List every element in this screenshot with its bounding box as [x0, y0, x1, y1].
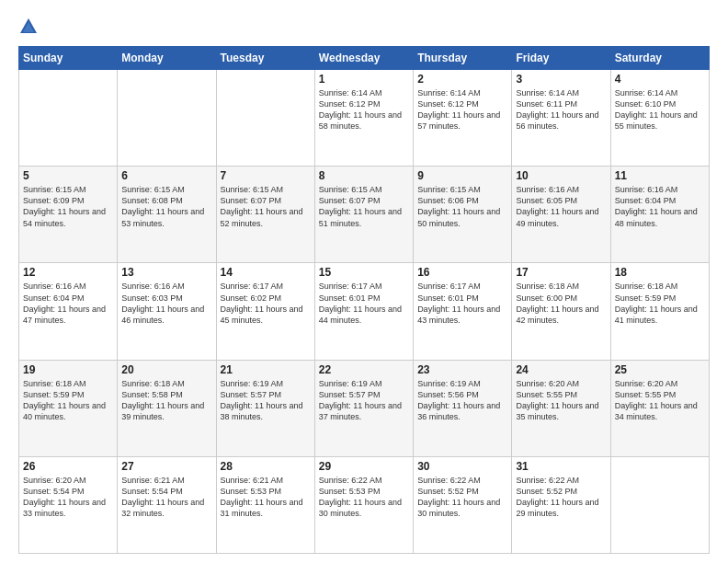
- day-info: Sunrise: 6:22 AM Sunset: 5:52 PM Dayligh…: [516, 475, 606, 520]
- day-info: Sunrise: 6:20 AM Sunset: 5:55 PM Dayligh…: [516, 378, 606, 423]
- calendar-cell: 19Sunrise: 6:18 AM Sunset: 5:59 PM Dayli…: [19, 360, 118, 456]
- weekday-header: Tuesday: [216, 47, 314, 70]
- calendar-cell: 11Sunrise: 6:16 AM Sunset: 6:04 PM Dayli…: [610, 167, 709, 263]
- day-info: Sunrise: 6:15 AM Sunset: 6:08 PM Dayligh…: [121, 184, 211, 229]
- day-info: Sunrise: 6:15 AM Sunset: 6:07 PM Dayligh…: [319, 184, 409, 229]
- calendar-cell: 28Sunrise: 6:21 AM Sunset: 5:53 PM Dayli…: [216, 456, 314, 553]
- day-info: Sunrise: 6:16 AM Sunset: 6:04 PM Dayligh…: [23, 281, 113, 326]
- calendar-cell: 3Sunrise: 6:14 AM Sunset: 6:11 PM Daylig…: [512, 70, 610, 167]
- calendar-cell: 17Sunrise: 6:18 AM Sunset: 6:00 PM Dayli…: [512, 263, 610, 360]
- day-info: Sunrise: 6:15 AM Sunset: 6:06 PM Dayligh…: [417, 184, 507, 229]
- day-number: 28: [221, 460, 311, 473]
- calendar-cell: 31Sunrise: 6:22 AM Sunset: 5:52 PM Dayli…: [512, 456, 610, 553]
- day-number: 15: [319, 266, 409, 279]
- calendar-cell: 10Sunrise: 6:16 AM Sunset: 6:05 PM Dayli…: [512, 167, 610, 263]
- calendar-cell: [118, 70, 216, 167]
- day-number: 26: [23, 460, 113, 473]
- day-info: Sunrise: 6:14 AM Sunset: 6:10 PM Dayligh…: [615, 87, 705, 132]
- weekday-header: Sunday: [19, 47, 118, 70]
- calendar-cell: 1Sunrise: 6:14 AM Sunset: 6:12 PM Daylig…: [314, 70, 413, 167]
- day-info: Sunrise: 6:19 AM Sunset: 5:57 PM Dayligh…: [319, 378, 409, 423]
- calendar-cell: [610, 456, 709, 553]
- day-info: Sunrise: 6:17 AM Sunset: 6:02 PM Dayligh…: [221, 281, 311, 326]
- calendar-cell: 8Sunrise: 6:15 AM Sunset: 6:07 PM Daylig…: [314, 167, 413, 263]
- calendar-cell: 9Sunrise: 6:15 AM Sunset: 6:06 PM Daylig…: [414, 167, 512, 263]
- calendar-cell: 5Sunrise: 6:15 AM Sunset: 6:09 PM Daylig…: [19, 167, 118, 263]
- day-info: Sunrise: 6:17 AM Sunset: 6:01 PM Dayligh…: [319, 281, 409, 326]
- day-number: 9: [417, 169, 507, 182]
- day-number: 22: [319, 363, 409, 376]
- day-info: Sunrise: 6:20 AM Sunset: 5:55 PM Dayligh…: [615, 378, 705, 423]
- calendar-cell: 18Sunrise: 6:18 AM Sunset: 5:59 PM Dayli…: [610, 263, 709, 360]
- day-info: Sunrise: 6:15 AM Sunset: 6:09 PM Dayligh…: [23, 184, 113, 229]
- day-info: Sunrise: 6:18 AM Sunset: 6:00 PM Dayligh…: [516, 281, 606, 326]
- day-info: Sunrise: 6:21 AM Sunset: 5:54 PM Dayligh…: [121, 475, 211, 520]
- day-info: Sunrise: 6:18 AM Sunset: 5:59 PM Dayligh…: [23, 378, 113, 423]
- day-number: 17: [516, 266, 606, 279]
- weekday-header: Friday: [512, 47, 610, 70]
- day-info: Sunrise: 6:16 AM Sunset: 6:05 PM Dayligh…: [516, 184, 606, 229]
- calendar-cell: 13Sunrise: 6:16 AM Sunset: 6:03 PM Dayli…: [118, 263, 216, 360]
- calendar-cell: [216, 70, 314, 167]
- day-info: Sunrise: 6:16 AM Sunset: 6:04 PM Dayligh…: [615, 184, 705, 229]
- day-info: Sunrise: 6:14 AM Sunset: 6:11 PM Dayligh…: [516, 87, 606, 132]
- day-number: 25: [615, 363, 705, 376]
- calendar-cell: 15Sunrise: 6:17 AM Sunset: 6:01 PM Dayli…: [314, 263, 413, 360]
- day-info: Sunrise: 6:15 AM Sunset: 6:07 PM Dayligh…: [221, 184, 311, 229]
- day-info: Sunrise: 6:22 AM Sunset: 5:52 PM Dayligh…: [417, 475, 507, 520]
- day-info: Sunrise: 6:16 AM Sunset: 6:03 PM Dayligh…: [121, 281, 211, 326]
- calendar-cell: 24Sunrise: 6:20 AM Sunset: 5:55 PM Dayli…: [512, 360, 610, 456]
- day-number: 3: [516, 73, 606, 86]
- day-number: 24: [516, 363, 606, 376]
- calendar-cell: 4Sunrise: 6:14 AM Sunset: 6:10 PM Daylig…: [610, 70, 709, 167]
- day-info: Sunrise: 6:22 AM Sunset: 5:53 PM Dayligh…: [319, 475, 409, 520]
- weekday-header: Monday: [118, 47, 216, 70]
- calendar-page: SundayMondayTuesdayWednesdayThursdayFrid…: [0, 0, 728, 563]
- day-info: Sunrise: 6:17 AM Sunset: 6:01 PM Dayligh…: [417, 281, 507, 326]
- day-info: Sunrise: 6:19 AM Sunset: 5:56 PM Dayligh…: [417, 378, 507, 423]
- day-number: 7: [221, 169, 311, 182]
- calendar-cell: 23Sunrise: 6:19 AM Sunset: 5:56 PM Dayli…: [414, 360, 512, 456]
- day-info: Sunrise: 6:20 AM Sunset: 5:54 PM Dayligh…: [23, 475, 113, 520]
- day-number: 5: [23, 169, 113, 182]
- day-number: 8: [319, 169, 409, 182]
- day-number: 29: [319, 460, 409, 473]
- calendar-cell: 22Sunrise: 6:19 AM Sunset: 5:57 PM Dayli…: [314, 360, 413, 456]
- header: [18, 17, 710, 37]
- calendar-cell: 26Sunrise: 6:20 AM Sunset: 5:54 PM Dayli…: [19, 456, 118, 553]
- calendar-week-row: 19Sunrise: 6:18 AM Sunset: 5:59 PM Dayli…: [19, 360, 710, 456]
- day-number: 23: [417, 363, 507, 376]
- day-info: Sunrise: 6:21 AM Sunset: 5:53 PM Dayligh…: [221, 475, 311, 520]
- day-number: 16: [417, 266, 507, 279]
- day-info: Sunrise: 6:18 AM Sunset: 5:58 PM Dayligh…: [121, 378, 211, 423]
- day-number: 21: [221, 363, 311, 376]
- calendar-table: SundayMondayTuesdayWednesdayThursdayFrid…: [18, 46, 710, 554]
- day-number: 20: [121, 363, 211, 376]
- logo-icon: [18, 17, 39, 37]
- calendar-cell: 2Sunrise: 6:14 AM Sunset: 6:12 PM Daylig…: [414, 70, 512, 167]
- day-number: 30: [417, 460, 507, 473]
- calendar-week-row: 26Sunrise: 6:20 AM Sunset: 5:54 PM Dayli…: [19, 456, 710, 553]
- calendar-cell: 25Sunrise: 6:20 AM Sunset: 5:55 PM Dayli…: [610, 360, 709, 456]
- day-info: Sunrise: 6:19 AM Sunset: 5:57 PM Dayligh…: [221, 378, 311, 423]
- calendar-cell: 12Sunrise: 6:16 AM Sunset: 6:04 PM Dayli…: [19, 263, 118, 360]
- weekday-header: Saturday: [610, 47, 709, 70]
- calendar-cell: 7Sunrise: 6:15 AM Sunset: 6:07 PM Daylig…: [216, 167, 314, 263]
- calendar-week-row: 5Sunrise: 6:15 AM Sunset: 6:09 PM Daylig…: [19, 167, 710, 263]
- logo: [18, 17, 40, 37]
- day-number: 14: [221, 266, 311, 279]
- calendar-week-row: 12Sunrise: 6:16 AM Sunset: 6:04 PM Dayli…: [19, 263, 710, 360]
- calendar-cell: [19, 70, 118, 167]
- day-number: 19: [23, 363, 113, 376]
- day-info: Sunrise: 6:14 AM Sunset: 6:12 PM Dayligh…: [417, 87, 507, 132]
- calendar-week-row: 1Sunrise: 6:14 AM Sunset: 6:12 PM Daylig…: [19, 70, 710, 167]
- calendar-cell: 27Sunrise: 6:21 AM Sunset: 5:54 PM Dayli…: [118, 456, 216, 553]
- calendar-cell: 20Sunrise: 6:18 AM Sunset: 5:58 PM Dayli…: [118, 360, 216, 456]
- day-number: 1: [319, 73, 409, 86]
- day-info: Sunrise: 6:14 AM Sunset: 6:12 PM Dayligh…: [319, 87, 409, 132]
- weekday-header-row: SundayMondayTuesdayWednesdayThursdayFrid…: [19, 47, 710, 70]
- calendar-cell: 30Sunrise: 6:22 AM Sunset: 5:52 PM Dayli…: [414, 456, 512, 553]
- day-number: 11: [615, 169, 705, 182]
- day-number: 12: [23, 266, 113, 279]
- calendar-cell: 6Sunrise: 6:15 AM Sunset: 6:08 PM Daylig…: [118, 167, 216, 263]
